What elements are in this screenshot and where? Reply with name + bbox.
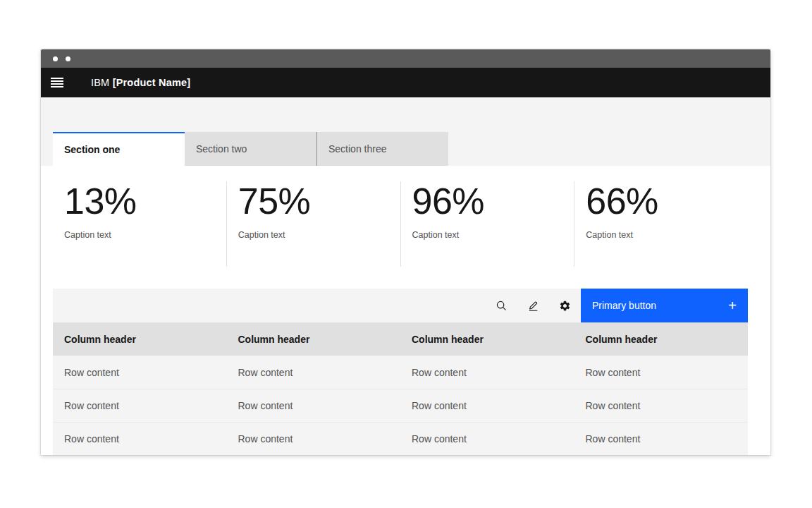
column-header[interactable]: Column header: [227, 334, 401, 345]
data-table: Primary button + Column header Column he…: [53, 289, 748, 455]
stats-row: 13% Caption text 75% Caption text 96% Ca…: [53, 181, 748, 267]
edit-icon: [527, 300, 539, 312]
table-cell: Row content: [227, 367, 401, 378]
window-titlebar: [41, 49, 770, 68]
tab-strip: Section one Section two Section three: [41, 97, 770, 166]
primary-button[interactable]: Primary button +: [581, 289, 748, 322]
table-cell: Row content: [227, 433, 401, 445]
table-cell: Row content: [227, 400, 401, 411]
settings-icon: [559, 300, 571, 312]
window-control-dot[interactable]: [53, 56, 58, 61]
column-header[interactable]: Column header: [400, 334, 574, 345]
tab-section-one[interactable]: Section one: [53, 132, 185, 166]
tab-section-two[interactable]: Section two: [185, 132, 316, 166]
tab-section-three[interactable]: Section three: [316, 132, 448, 166]
product-brand: IBM [Product Name]: [91, 77, 190, 88]
stat-value: 75%: [238, 183, 389, 219]
tab-label: Section three: [328, 143, 387, 155]
stat-value: 66%: [586, 183, 737, 219]
stat-caption: Caption text: [412, 230, 563, 240]
table-cell: Row content: [53, 433, 227, 445]
table-cell: Row content: [574, 367, 749, 378]
window-control-dot[interactable]: [66, 56, 70, 61]
stat-value: 13%: [64, 183, 215, 219]
table-cell: Row content: [574, 433, 749, 445]
table-row[interactable]: Row content Row content Row content Row …: [53, 422, 748, 455]
table-row[interactable]: Row content Row content Row content Row …: [53, 356, 748, 389]
edit-button[interactable]: [517, 289, 549, 322]
table-toolbar: Primary button +: [53, 289, 748, 322]
brand-product-name: [Product Name]: [113, 77, 191, 88]
stat-caption: Caption text: [586, 230, 737, 240]
table-header-row: Column header Column header Column heade…: [53, 322, 748, 356]
stat-card: 75% Caption text: [226, 181, 400, 267]
stat-caption: Caption text: [64, 230, 215, 240]
menu-button[interactable]: [41, 68, 73, 97]
table-cell: Row content: [400, 400, 574, 411]
stat-value: 96%: [412, 183, 563, 219]
plus-icon: +: [728, 298, 737, 313]
table-cell: Row content: [574, 400, 749, 411]
app-window: IBM [Product Name] Section one Section t…: [41, 49, 770, 455]
stat-card: 96% Caption text: [400, 181, 574, 267]
table-cell: Row content: [53, 367, 227, 378]
search-icon: [496, 300, 508, 312]
column-header[interactable]: Column header: [53, 334, 227, 345]
stat-card: 66% Caption text: [574, 181, 748, 267]
search-button[interactable]: [486, 289, 517, 322]
settings-button[interactable]: [549, 289, 581, 322]
stat-card: 13% Caption text: [53, 181, 226, 267]
primary-button-label: Primary button: [592, 300, 656, 311]
tab-label: Section two: [196, 143, 247, 155]
table-row[interactable]: Row content Row content Row content Row …: [53, 389, 748, 422]
column-header[interactable]: Column header: [574, 334, 749, 345]
stat-caption: Caption text: [238, 230, 389, 240]
table-cell: Row content: [53, 400, 227, 411]
table-cell: Row content: [400, 367, 574, 378]
table-cell: Row content: [400, 433, 574, 445]
tab-label: Section one: [64, 144, 120, 155]
brand-prefix: IBM: [91, 77, 109, 88]
hamburger-icon: [51, 78, 63, 87]
app-header: IBM [Product Name]: [41, 68, 770, 97]
